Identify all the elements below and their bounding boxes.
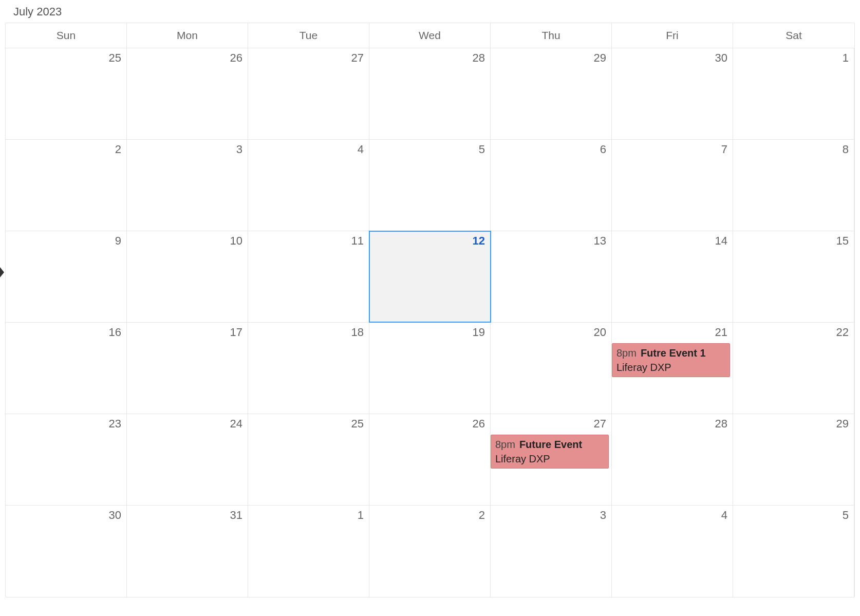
day-cell[interactable]: 15 (733, 231, 854, 322)
day-number: 21 (617, 326, 727, 339)
day-number: 28 (617, 417, 727, 431)
day-number: 27 (253, 51, 364, 65)
month-title: July 2023 (13, 5, 62, 18)
day-header-fri: Fri (612, 23, 733, 48)
day-cell[interactable]: 17 (127, 323, 248, 414)
day-number: 1 (253, 509, 364, 522)
day-number: 29 (738, 417, 849, 431)
day-number: 30 (11, 509, 121, 522)
day-cell[interactable]: 4 (612, 506, 733, 597)
day-cell[interactable]: 2 (6, 140, 127, 231)
day-cell[interactable]: 1 (733, 48, 854, 139)
day-number: 4 (617, 509, 727, 522)
day-header-mon: Mon (127, 23, 248, 48)
day-cell[interactable]: 5 (733, 506, 854, 597)
day-number: 3 (496, 509, 606, 522)
day-cell[interactable]: 29 (733, 414, 854, 505)
day-cell[interactable]: 5 (369, 140, 491, 231)
day-cell[interactable]: 6 (491, 140, 612, 231)
day-number: 26 (132, 51, 242, 65)
day-number: 25 (253, 417, 364, 431)
day-number: 13 (496, 234, 606, 248)
day-number: 7 (617, 143, 727, 156)
week-row: 2526272829301 (6, 48, 854, 140)
day-number: 23 (11, 417, 121, 431)
day-cell[interactable]: 22 (733, 323, 854, 414)
calendar-grid: Sun Mon Tue Wed Thu Fri Sat 252627282930… (5, 23, 855, 598)
event-time: 8pm (616, 347, 637, 359)
week-row: 161718192021228pmFutre Event 1Liferay DX… (6, 323, 854, 414)
day-header-sat: Sat (733, 23, 854, 48)
day-cell[interactable]: 13 (491, 231, 612, 322)
event-time: 8pm (495, 439, 515, 450)
week-row: 2345678 (6, 140, 854, 231)
day-number: 26 (375, 417, 485, 431)
event-title: Futre Event 1 (641, 347, 706, 359)
day-number: 18 (253, 326, 364, 339)
day-number: 14 (617, 234, 727, 248)
side-handle-icon[interactable] (0, 267, 4, 277)
day-cell[interactable]: 3 (127, 140, 248, 231)
day-cell[interactable]: 30 (6, 506, 127, 597)
day-cell[interactable]: 23 (6, 414, 127, 505)
day-cell[interactable]: 30 (612, 48, 733, 139)
day-number: 25 (11, 51, 121, 65)
day-number: 1 (738, 51, 849, 65)
day-number: 12 (375, 234, 485, 248)
day-number: 9 (11, 234, 121, 248)
day-cell[interactable]: 14 (612, 231, 733, 322)
day-cell[interactable]: 8 (733, 140, 854, 231)
calendar-event[interactable]: 8pmFuture EventLiferay DXP (491, 435, 609, 469)
day-cell[interactable]: 31 (127, 506, 248, 597)
day-cell[interactable]: 16 (6, 323, 127, 414)
day-cell[interactable]: 12 (369, 231, 491, 322)
day-cell[interactable]: 7 (612, 140, 733, 231)
day-cell[interactable]: 28 (369, 48, 491, 139)
day-cell[interactable]: 29 (491, 48, 612, 139)
day-number: 19 (375, 326, 485, 339)
day-cell[interactable]: 18 (248, 323, 369, 414)
day-cell[interactable]: 24 (127, 414, 248, 505)
calendar-event[interactable]: 8pmFutre Event 1Liferay DXP (612, 343, 730, 377)
day-cell[interactable]: 9 (6, 231, 127, 322)
day-cell[interactable]: 26 (369, 414, 491, 505)
day-number: 17 (132, 326, 242, 339)
day-number: 16 (11, 326, 121, 339)
day-number: 2 (375, 509, 485, 522)
event-subtitle: Liferay DXP (616, 360, 725, 375)
day-number: 22 (738, 326, 849, 339)
day-cell[interactable]: 3 (491, 506, 612, 597)
day-number: 4 (253, 143, 364, 156)
day-cell[interactable]: 4 (248, 140, 369, 231)
day-number: 6 (496, 143, 606, 156)
calendar-header: July 2023 (5, 5, 855, 18)
week-row: 91011121314158:30pmPast Event (6, 231, 854, 323)
day-cell[interactable]: 1 (248, 506, 369, 597)
day-number: 2 (11, 143, 121, 156)
day-number: 15 (738, 234, 849, 248)
day-number: 24 (132, 417, 242, 431)
day-number: 27 (496, 417, 606, 431)
day-number: 20 (496, 326, 606, 339)
day-number: 5 (375, 143, 485, 156)
day-number: 11 (253, 234, 364, 248)
day-cell[interactable]: 10 (127, 231, 248, 322)
day-cell[interactable]: 27 (248, 48, 369, 139)
event-title: Future Event (519, 439, 582, 450)
day-cell[interactable]: 26 (127, 48, 248, 139)
day-number: 30 (617, 51, 727, 65)
day-cell[interactable]: 28 (612, 414, 733, 505)
day-number: 28 (375, 51, 485, 65)
day-cell[interactable]: 2 (369, 506, 491, 597)
day-cell[interactable]: 25 (248, 414, 369, 505)
day-cell[interactable]: 19 (369, 323, 491, 414)
day-cell[interactable]: 20 (491, 323, 612, 414)
day-number: 3 (132, 143, 242, 156)
day-header-wed: Wed (369, 23, 491, 48)
day-header-tue: Tue (248, 23, 369, 48)
day-cell[interactable]: 25 (6, 48, 127, 139)
day-number: 5 (738, 509, 849, 522)
day-cell[interactable]: 11 (248, 231, 369, 322)
day-number: 8 (738, 143, 849, 156)
week-row: 232425262728298pmFuture EventLiferay DXP (6, 414, 854, 506)
